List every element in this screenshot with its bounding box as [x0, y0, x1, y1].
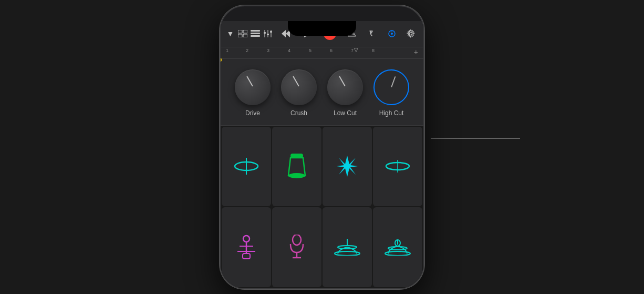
pad-antenna[interactable] — [222, 207, 271, 287]
svg-rect-12 — [264, 32, 266, 34]
pad-cymbal2[interactable] — [373, 127, 422, 207]
svg-point-27 — [288, 173, 305, 178]
mixer-icon[interactable] — [263, 26, 272, 41]
ruler-mark-3: 3 — [267, 48, 269, 53]
volume-down-button[interactable] — [220, 95, 221, 110]
svg-rect-35 — [243, 254, 250, 259]
svg-rect-8 — [251, 35, 260, 37]
pad-saucer[interactable] — [373, 207, 422, 287]
ruler-mark-2: 2 — [246, 48, 248, 53]
phone-frame: ▼ — [220, 5, 424, 289]
svg-rect-7 — [251, 33, 260, 34]
svg-rect-6 — [251, 30, 260, 32]
ruler-mark-8: 8 — [372, 48, 375, 53]
ruler-mark-4: 4 — [288, 48, 290, 53]
view-toggle-icon[interactable] — [238, 26, 247, 41]
high-cut-knob-container: High Cut — [373, 69, 409, 117]
low-cut-label: Low Cut — [334, 109, 357, 117]
list-view-icon[interactable] — [251, 26, 260, 41]
settings-button[interactable] — [403, 26, 418, 41]
crush-label: Crush — [290, 109, 307, 117]
svg-rect-14 — [270, 31, 272, 33]
svg-marker-16 — [282, 30, 286, 37]
svg-rect-13 — [267, 34, 269, 35]
power-button[interactable] — [423, 84, 424, 105]
timeline-ruler: 1 2 3 4 5 6 7 8 ▽ + — [221, 47, 423, 59]
volume-up-button[interactable] — [220, 74, 221, 89]
track-type-icon[interactable]: ▼ — [226, 26, 235, 41]
knobs-section: Drive Crush Low Cut — [221, 59, 423, 126]
pad-conga[interactable] — [272, 127, 321, 207]
svg-point-36 — [293, 235, 301, 245]
ruler-mark-6: 6 — [330, 48, 333, 53]
pad-hi-hat[interactable] — [222, 127, 271, 207]
svg-rect-2 — [238, 30, 242, 33]
pad-hat2[interactable] — [323, 207, 372, 287]
drive-label: Drive — [245, 109, 260, 117]
svg-point-31 — [243, 236, 250, 242]
high-cut-label: High Cut — [379, 109, 404, 117]
low-cut-knob[interactable] — [327, 69, 363, 105]
high-cut-knob[interactable] — [373, 69, 409, 105]
svg-rect-5 — [243, 34, 247, 37]
notch — [288, 21, 356, 36]
svg-marker-28 — [337, 156, 358, 177]
ruler-mark-1: 1 — [226, 48, 228, 53]
smart-controls-button[interactable] — [385, 26, 399, 41]
pad-mic[interactable] — [272, 207, 321, 287]
undo-button[interactable] — [366, 26, 380, 41]
ruler-mark-5: 5 — [309, 48, 311, 53]
low-cut-knob-container: Low Cut — [327, 69, 363, 117]
ruler-mark-7: 7 — [351, 48, 354, 53]
pad-burst[interactable] — [323, 127, 372, 207]
main-content: Drive Crush Low Cut — [221, 59, 423, 288]
drum-pads-grid — [221, 126, 423, 288]
drive-knob-container: Drive — [235, 69, 271, 117]
svg-rect-3 — [243, 30, 247, 33]
svg-point-21 — [391, 33, 393, 35]
drive-knob[interactable] — [235, 69, 271, 105]
crush-knob[interactable] — [281, 69, 317, 105]
add-track-button[interactable]: + — [414, 48, 418, 56]
crush-knob-container: Crush — [281, 69, 317, 117]
svg-rect-4 — [238, 34, 242, 37]
